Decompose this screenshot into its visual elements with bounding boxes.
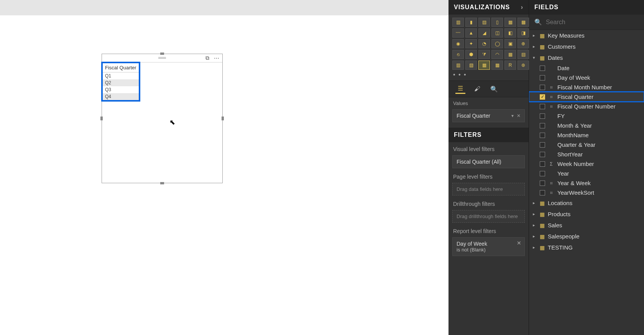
resize-handle[interactable] [160,182,164,184]
viz-type-icon[interactable]: ◢ [478,28,490,38]
table-column-header[interactable]: Fiscal Quarter [103,63,139,72]
field-checkbox[interactable] [540,161,545,167]
field-checkbox[interactable] [540,113,545,119]
field-checkbox[interactable] [540,171,545,176]
expand-icon[interactable]: ▸ [533,223,537,228]
table-row[interactable]: Q3 [103,86,139,93]
viz-type-icon[interactable]: R [504,61,516,70]
expand-icon[interactable]: ▸ [533,200,537,205]
field-checkbox[interactable]: ✓ [540,94,545,100]
field-item[interactable]: Year [529,169,644,178]
viz-type-icon[interactable]: ⊕ [518,39,529,48]
remove-filter-icon[interactable]: ✕ [517,240,521,246]
field-item[interactable]: Day of Week [529,73,644,82]
field-item[interactable]: ⌗YearWeekSort [529,188,644,197]
field-item[interactable]: FY [529,111,644,121]
viz-type-icon[interactable]: ⬢ [465,50,477,59]
field-checkbox[interactable] [540,133,545,138]
field-checkbox[interactable] [540,142,545,148]
field-item[interactable]: Month & Year [529,121,644,130]
viz-type-icon[interactable]: ▥ [452,61,464,70]
viz-type-icon[interactable]: ◉ [452,39,464,48]
viz-type-icon[interactable]: ✦ [465,39,477,48]
viz-type-icon[interactable]: ▥ [452,18,464,27]
page-filters-dropzone[interactable]: Drag data fields here [452,183,525,195]
table-visual-container[interactable]: ⧉ ⋯ Fiscal Quarter Q1Q2Q3Q4 [102,54,223,183]
remove-field-icon[interactable]: ✕ [517,113,521,118]
table-row[interactable]: Q1 [103,72,139,79]
viz-type-icon[interactable]: ▦ [504,18,516,27]
report-canvas[interactable]: ⧉ ⋯ Fiscal Quarter Q1Q2Q3Q4 ⬉ [0,0,449,335]
field-checkbox[interactable] [540,104,545,109]
visualizations-header[interactable]: VISUALIZATIONS › [449,0,529,15]
analytics-tab-icon[interactable]: 🔍 [489,84,499,94]
viz-type-icon[interactable]: ◔ [478,39,490,48]
values-field-well[interactable]: Fiscal Quarter ▾ ✕ [452,109,525,122]
viz-type-icon[interactable]: ▤ [478,18,490,27]
field-item[interactable]: Quarter & Year [529,140,644,149]
field-checkbox[interactable] [540,75,545,80]
viz-type-icon[interactable]: 〰 [452,28,464,38]
field-checkbox[interactable] [540,190,545,195]
field-item[interactable]: ⌗Fiscal Month Number [529,82,644,92]
field-item[interactable]: Date [529,63,644,73]
field-checkbox[interactable] [540,66,545,71]
fields-table[interactable]: ▸▦Key Measures [529,30,644,41]
viz-type-icon[interactable]: ⎋ [452,50,464,59]
field-item[interactable]: ΣWeek Number [529,159,644,169]
fields-table[interactable]: ▾▦Dates [529,52,644,63]
field-item[interactable]: ✓⌗Fiscal Quarter [529,92,644,102]
resize-handle[interactable] [100,117,103,120]
viz-type-icon[interactable]: ⊛ [518,61,529,70]
viz-type-icon[interactable]: ▩ [518,18,529,27]
resize-handle[interactable] [222,117,224,120]
field-dropdown-icon[interactable]: ▾ [511,113,514,118]
fields-table[interactable]: ▸▦Salespeople [529,231,644,242]
viz-type-icon[interactable]: ⧩ [478,50,490,59]
viz-type-icon[interactable]: ▮ [465,18,477,27]
expand-icon[interactable]: ▾ [533,55,537,60]
expand-icon[interactable]: ▸ [533,33,537,38]
collapse-pane-icon[interactable]: › [521,4,523,11]
viz-type-icon[interactable]: ▯ [491,18,503,27]
fields-table[interactable]: ▸▦Customers [529,41,644,52]
fields-table[interactable]: ▸▦TESTING [529,242,644,253]
viz-type-icon[interactable]: ▣ [504,39,516,48]
viz-type-icon[interactable]: ◠ [491,50,503,59]
expand-icon[interactable]: ▸ [533,234,537,239]
field-item[interactable]: ⌗Fiscal Quarter Number [529,102,644,111]
field-item[interactable]: ShortYear [529,149,644,159]
drag-grip-icon[interactable] [158,57,166,59]
fields-table[interactable]: ▸▦Sales [529,220,644,231]
more-visuals-icon[interactable]: • • • [449,71,529,80]
field-checkbox[interactable] [540,85,545,90]
viz-type-icon[interactable]: ▲ [465,28,477,38]
viz-type-icon[interactable]: ▤ [518,50,529,59]
viz-type-icon[interactable]: ▦ [504,50,516,59]
fields-header[interactable]: FIELDS [529,0,644,15]
viz-type-icon[interactable]: ◧ [504,28,516,38]
expand-icon[interactable]: ▸ [533,44,537,49]
viz-type-icon[interactable]: ◯ [491,39,503,48]
visual-filter-card[interactable]: Fiscal Quarter (All) [452,155,525,168]
field-checkbox[interactable] [540,181,545,186]
expand-icon[interactable]: ▸ [533,212,537,217]
viz-type-icon[interactable]: ▦ [491,61,503,70]
table-visual[interactable]: Fiscal Quarter Q1Q2Q3Q4 [101,62,140,102]
field-item[interactable]: MonthName [529,130,644,140]
table-row[interactable]: Q4 [103,93,139,100]
viz-type-icon[interactable]: ▦ [478,61,490,70]
field-checkbox[interactable] [540,152,545,157]
fields-tab-icon[interactable]: ☰ [455,84,465,94]
focus-mode-icon[interactable]: ⧉ [204,56,211,61]
viz-type-icon[interactable]: ◫ [491,28,503,38]
viz-type-icon[interactable]: ▧ [465,61,477,70]
format-tab-icon[interactable]: 🖌 [472,84,482,94]
more-options-icon[interactable]: ⋯ [213,56,220,61]
fields-table[interactable]: ▸▦Locations [529,197,644,209]
report-filter-card[interactable]: ✕ Day of Week is not (Blank) [452,237,525,256]
fields-table[interactable]: ▸▦Products [529,209,644,220]
drillthrough-filters-dropzone[interactable]: Drag drillthrough fields here [452,210,525,223]
viz-type-icon[interactable]: ◨ [518,28,529,38]
expand-icon[interactable]: ▸ [533,245,537,250]
